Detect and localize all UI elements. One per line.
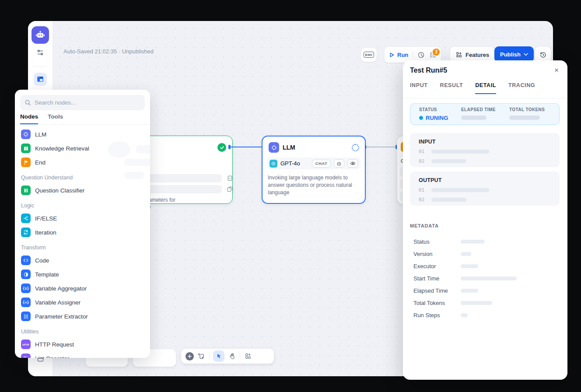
start-input-row[interactable] — [140, 174, 222, 182]
book-icon — [21, 144, 31, 153]
output-card: OUTPUT 01 02 — [410, 172, 560, 206]
run-tab-result[interactable]: RESULT — [440, 82, 463, 94]
metadata-row: Status — [413, 235, 557, 248]
search-icon — [24, 99, 31, 106]
llm-icon — [21, 130, 31, 139]
node-item-label: Knowledge Retrieval — [35, 145, 89, 152]
tab-tools[interactable]: Tools — [48, 113, 63, 124]
group-title: Transform — [21, 245, 144, 251]
braces-eq-icon: {=} — [21, 298, 31, 307]
llm-node[interactable]: LLM GPT-4o CHAT Invoking large language … — [262, 136, 366, 204]
status-value: RUNING — [419, 115, 461, 121]
app-logo[interactable] — [32, 26, 49, 44]
running-spinner-icon — [352, 144, 359, 151]
node-item-if-else[interactable]: IF/ELSE — [20, 211, 145, 225]
node-item-template[interactable]: Template — [20, 267, 145, 281]
metadata-row: Start Time — [413, 272, 557, 284]
llm-icon — [269, 142, 279, 153]
tab-nodes[interactable]: Nodes — [20, 113, 38, 124]
node-item-label: Variable Aggregator — [35, 285, 87, 292]
node-item-code[interactable]: Code — [20, 253, 145, 267]
node-item-label: LLM — [35, 131, 46, 138]
checklist-icon[interactable]: 2 — [429, 51, 437, 59]
metadata-skeleton — [461, 301, 492, 305]
run-panel-tabs: INPUTRESULTDETAILTRACING — [410, 82, 535, 94]
env-button[interactable]: ENV — [360, 47, 377, 62]
node-item-question-classifier[interactable]: Question Classifier — [20, 183, 145, 197]
node-panel-tabs: NodesTools — [20, 113, 63, 124]
input-skeleton — [431, 159, 466, 163]
features-label: Features — [466, 52, 489, 58]
run-history-icon[interactable] — [417, 51, 425, 59]
play-icon — [389, 52, 395, 58]
run-tabs-divider — [403, 98, 567, 98]
metadata-row: Run Steps — [413, 309, 557, 321]
loop-icon — [21, 228, 31, 237]
openai-icon — [270, 160, 277, 168]
publish-label: Publish — [500, 51, 521, 58]
node-item-label: End — [35, 159, 46, 166]
metadata-label: Elapsed Time — [413, 287, 461, 294]
node-item-label: Question Classifier — [35, 187, 84, 194]
metadata-label: Status — [413, 238, 461, 245]
run-tab-tracing[interactable]: TRACING — [508, 82, 535, 94]
notification-badge: 2 — [432, 48, 440, 56]
hand-tool-button[interactable] — [228, 352, 236, 360]
node-item-label: List Operator — [35, 355, 69, 358]
search-input[interactable]: Search nodes... — [20, 95, 145, 110]
classifier-icon — [21, 186, 31, 195]
group-title: Logic — [21, 203, 144, 209]
node-search-panel: Search nodes... NodesTools LLMKnowledge … — [15, 90, 150, 358]
metadata-label: Version — [413, 251, 461, 257]
organize-nodes-button[interactable] — [244, 352, 252, 360]
workflow-tab-icon[interactable] — [34, 73, 47, 86]
edge-start-llm — [229, 147, 262, 147]
http-icon: HTTP — [21, 340, 31, 349]
metadata-row: Version — [413, 248, 557, 260]
metadata-label: Run Steps — [413, 312, 461, 318]
node-item-llm[interactable]: LLM — [20, 127, 145, 141]
files-icon — [227, 186, 233, 192]
metadata-rows: StatusVersionExecutorStart TimeElapsed T… — [413, 235, 557, 321]
eye-icon — [347, 159, 358, 168]
node-item-iteration[interactable]: Iteration — [20, 225, 145, 239]
sliders-icon[interactable] — [36, 48, 45, 57]
node-item-http-request[interactable]: HTTPHTTP Request — [20, 337, 145, 351]
robot-badge-icon — [334, 159, 344, 168]
braces-x-icon: {x} — [21, 284, 31, 293]
features-icon — [455, 51, 462, 58]
input-skeleton — [431, 150, 489, 154]
code-icon — [21, 256, 31, 265]
model-name: GPT-4o — [280, 160, 309, 167]
node-item-label: Code — [35, 257, 49, 264]
close-icon[interactable]: × — [551, 65, 562, 76]
metadata-row: Executor — [413, 260, 557, 272]
node-item-end[interactable]: End — [20, 155, 145, 169]
node-item-knowledge-retrieval[interactable]: Knowledge Retrieval — [20, 141, 145, 155]
metadata-label: Executor — [413, 263, 461, 270]
add-node-button[interactable] — [186, 352, 194, 360]
node-list: LLMKnowledge RetrievalEndQuestion Unders… — [15, 126, 150, 358]
output-title: OUTPUT — [419, 177, 551, 183]
node-item-variable-assigner[interactable]: {=}Variable Assigner — [20, 295, 145, 309]
svg-text:HTTP: HTTP — [22, 343, 29, 346]
start-input-row[interactable] — [140, 185, 222, 193]
node-item-label: Parameter Extractor — [35, 313, 88, 320]
output-skeleton — [431, 198, 466, 202]
metadata-skeleton — [461, 276, 517, 280]
node-item-variable-aggregator[interactable]: {x}Variable Aggregator — [20, 281, 145, 295]
list-icon — [21, 354, 31, 358]
metadata-skeleton — [461, 313, 468, 317]
model-selector[interactable]: GPT-4o CHAT — [267, 158, 360, 169]
chevron-down-icon — [524, 53, 528, 56]
node-item-list-operator[interactable]: List Operator — [20, 351, 145, 358]
publish-button[interactable]: Publish — [494, 46, 534, 62]
run-tab-detail[interactable]: DETAIL — [475, 82, 496, 94]
pointer-tool-button[interactable] — [213, 350, 224, 362]
run-button[interactable]: Run — [389, 52, 408, 58]
add-note-button[interactable] — [197, 352, 206, 360]
node-item-label: Iteration — [35, 229, 56, 236]
input-title: INPUT — [419, 139, 551, 145]
node-item-parameter-extractor[interactable]: Parameter Extractor — [20, 309, 145, 323]
run-tab-input[interactable]: INPUT — [410, 82, 428, 94]
